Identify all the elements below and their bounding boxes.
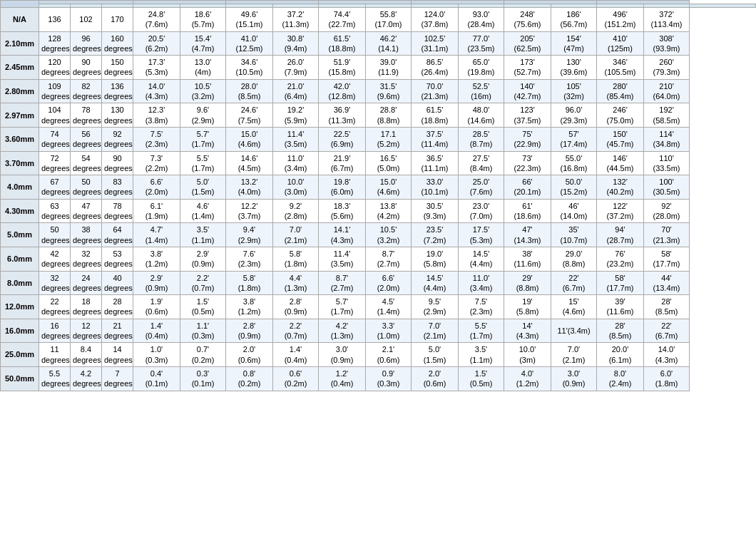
data-cell: 6.1' (1.9m) [133,199,180,223]
focal-cell: 2.97mm [1,103,39,128]
data-cell: 32 degrees [39,271,71,295]
data-cell: 75' (22.9m) [504,127,551,151]
data-cell: 17.3' (5.3m) [133,56,180,80]
data-cell: 30.8' (9.4m) [273,31,319,56]
table-row: 6.0mm42 degrees32 degrees53 degrees3.8' … [1,247,756,271]
data-cell: 16.5' (5.0m) [366,151,412,175]
data-cell: 9.2' (2.8m) [273,199,319,223]
data-cell: 25.0' (7.6m) [459,175,504,200]
data-cell: 120 degrees [39,56,71,80]
data-cell: 66' (20.1m) [504,175,551,200]
data-cell: 92' (28.0m) [644,199,690,223]
data-cell: 16 degrees [39,319,71,343]
data-cell: 7.5' (2.3m) [133,127,180,151]
data-cell: 136 degrees [102,79,133,103]
data-cell: 260' (79.3m) [644,56,690,80]
data-cell: 10.5' (3.2m) [180,79,226,103]
data-cell: 55.0' (16.8m) [551,151,597,175]
data-cell: 154' (47m) [551,31,597,56]
data-cell: 7.5' (2.3m) [459,295,504,319]
data-cell: 28.0' (8.5m) [226,79,273,103]
data-cell: 72 degrees [39,151,71,175]
data-cell: 0.8' (0.2m) [226,366,273,391]
table-row: 4.30mm63 degrees47 degrees78 degrees6.1'… [1,199,756,223]
data-cell: 0.9' (0.3m) [366,366,412,391]
data-cell: 8.7' (2.7m) [319,271,366,295]
focal-cell: N/A [1,8,39,32]
data-cell: 14.0' (4.3m) [644,343,690,367]
data-cell: 372' (113.4m) [644,8,690,32]
data-cell: 160 degrees [102,31,133,56]
data-cell: 5.5 degrees [39,366,71,391]
data-cell: 42.0' (12.8m) [319,79,366,103]
data-cell: 2.2' (0.7m) [273,319,319,343]
data-cell: 130' (39.6m) [551,56,597,80]
data-cell: 40 degrees [102,271,133,295]
data-cell: 13.2' (4.0m) [226,175,273,200]
camera-coverage-table: N/A13610217024.8' (7.6m)18.6' (5.7m)49.6… [0,0,756,391]
data-cell: 496' (151.2m) [597,8,644,32]
data-cell: 61' (18.6m) [504,199,551,223]
data-cell: 105' (32m) [551,79,597,103]
data-cell: 24.6' (7.5m) [226,103,273,128]
data-cell: 3.5' (1.1m) [180,223,226,247]
data-cell: 6.6' (2.0m) [133,175,180,200]
data-cell: 110' (33.5m) [644,151,690,175]
focal-cell: 6.0mm [1,247,39,271]
data-cell: 58' (17.7m) [644,247,690,271]
data-cell: 1.5' (0.5m) [459,366,504,391]
data-cell: 136 [39,8,71,32]
data-cell: 14.1' (4.3m) [319,223,366,247]
data-cell: 205' (62.5m) [504,31,551,56]
data-cell: 7.0' (2.1m) [273,223,319,247]
data-cell: 39' (11.6m) [597,295,644,319]
data-cell: 14.5' (4.4m) [459,247,504,271]
table-row: 25.0mm11 degrees8.4 degrees14 degrees1.0… [1,343,756,367]
table-row: 3.70mm72 degrees54 degrees90 degrees7.3'… [1,151,756,175]
data-cell: 102.5' (31.1m) [412,31,459,56]
focal-length-header [1,1,39,8]
data-cell: 61.5' (18.8m) [412,103,459,128]
data-cell: 2.8' (0.9m) [226,319,273,343]
data-cell: 58' (17.7m) [597,271,644,295]
data-cell: 22 degrees [39,295,71,319]
data-cell: 93.0' (28.4m) [459,8,504,32]
data-cell: 67 degrees [39,175,71,200]
data-cell: 35' (10.7m) [551,223,597,247]
data-cell: 130 degrees [102,103,133,128]
data-cell: 55.8' (17.0m) [366,8,412,32]
data-cell: 173' (52.7m) [504,56,551,80]
data-cell: 3.3' (1.0m) [366,319,412,343]
table-body: N/A13610217024.8' (7.6m)18.6' (5.7m)49.6… [1,8,756,391]
data-cell: 24.8' (7.6m) [133,8,180,32]
data-cell: 3.0' (0.9m) [319,343,366,367]
data-cell: 346' (105.5m) [597,56,644,80]
d6-varea [690,4,756,8]
data-cell: 5.5' (1.7m) [180,151,226,175]
table-row: 8.0mm32 degrees24 degrees40 degrees2.9' … [1,271,756,295]
data-cell: 34.6' (10.5m) [226,56,273,80]
data-cell: 46.2' (14.1) [366,31,412,56]
data-cell: 2.1' (0.6m) [366,343,412,367]
data-cell: 3.5' (1.1m) [459,343,504,367]
data-cell: 33.0' (10.1m) [412,175,459,200]
data-cell: 9.4' (2.9m) [226,223,273,247]
table-row: 2.10mm128 degrees96 degrees160 degrees20… [1,31,756,56]
focal-cell: 3.70mm [1,151,39,175]
data-cell: 96.0' (29.3m) [551,103,597,128]
table-row: 16.0mm16 degrees12 degrees21 degrees1.4'… [1,319,756,343]
data-cell: 3.8' (1.2m) [226,295,273,319]
data-cell: 86.5' (26.4m) [412,56,459,80]
table-row: 12.0mm22 degrees18 degrees28 degrees1.9'… [1,295,756,319]
data-cell: 14.0' (4.3m) [133,79,180,103]
data-cell: 14.5' (4.4m) [412,271,459,295]
data-cell: 39.0' (11.9) [366,56,412,80]
data-cell: 248' (75.6m) [504,8,551,32]
data-cell: 26.0' (7.9m) [273,56,319,80]
data-cell: 50.0' (15.2m) [551,175,597,200]
focal-cell: 4.30mm [1,199,39,223]
data-cell: 11'(3.4m) [551,319,597,343]
data-cell: 4.2' (1.3m) [319,319,366,343]
table-row: 2.80mm109 degrees82 degrees136 degrees14… [1,79,756,103]
data-cell: 100' (30.5m) [644,175,690,200]
